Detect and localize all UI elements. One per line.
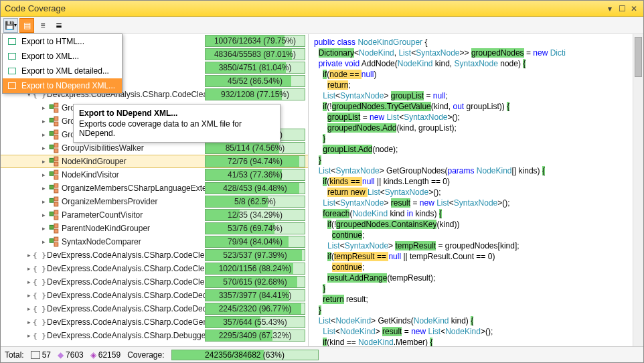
svg-rect-23 — [54, 202, 58, 206]
expander-icon[interactable]: ▸ — [39, 184, 48, 192]
export-menu-item[interactable]: Export to XML detailed... — [3, 64, 122, 78]
expander-icon[interactable]: ▸ — [25, 318, 33, 326]
expand-button[interactable]: ≡ — [35, 18, 50, 33]
tree-item-name: ParameterCountVisitor — [62, 210, 205, 220]
class-icon — [49, 196, 60, 207]
svg-rect-28 — [54, 224, 58, 228]
code-line: public class NodeKindGrouper { — [314, 37, 643, 48]
namespace-icon: { } — [34, 250, 45, 261]
code-line: groupList = new List<SyntaxNode>(); — [314, 112, 643, 123]
maximize-icon[interactable]: ☐ — [617, 3, 627, 14]
highlight-button[interactable]: ▤ — [19, 18, 34, 33]
disk-icon: 💾 — [5, 21, 15, 30]
expander-icon[interactable]: ▸ — [25, 291, 33, 299]
svg-rect-21 — [50, 198, 54, 202]
expander-icon[interactable]: ▸ — [25, 251, 33, 259]
tree-item-name: SyntaxNodeComparer — [62, 237, 205, 246]
tree-row[interactable]: ▸ParameterCountVisitor12/35 (34.29%) — [1, 208, 308, 222]
code-line: if(kinds == null || kinds.Length == 0) — [314, 176, 643, 187]
tree-row[interactable]: ▸NodeKindGrouper72/76 (94.74%) — [1, 155, 308, 168]
svg-rect-2 — [54, 108, 58, 113]
svg-rect-14 — [54, 162, 58, 166]
namespace-icon: { } — [34, 330, 45, 341]
indent-icon: ≡ — [40, 21, 45, 30]
expander-icon[interactable]: ▸ — [25, 265, 33, 273]
code-line: foreach(NodeKind kind in kinds) { — [314, 208, 643, 219]
expander-icon[interactable]: ▸ — [25, 305, 33, 313]
tree-row[interactable]: ▸ParentNodeKindGrouper53/76 (69.74%) — [1, 222, 308, 235]
expander-icon[interactable]: ▸ — [39, 117, 48, 125]
namespace-icon: { } — [34, 290, 45, 301]
expander-icon[interactable]: ▸ — [39, 144, 48, 152]
export-dropdown: Export to HTML...Export to XML...Export … — [2, 33, 123, 94]
expander-icon[interactable]: ▸ — [39, 238, 48, 246]
scrollbar-vertical[interactable] — [633, 34, 643, 346]
namespace-icon: { } — [34, 277, 45, 287]
menu-item-label: Export to HTML... — [21, 37, 84, 46]
svg-rect-27 — [50, 225, 54, 229]
dropdown-icon[interactable]: ▾ — [605, 3, 615, 14]
menu-item-label: Export to XML detailed... — [21, 66, 109, 76]
expander-icon[interactable]: ▸ — [25, 332, 33, 340]
expander-icon[interactable]: ▸ — [39, 211, 48, 219]
export-menu-item[interactable]: Export to XML... — [3, 49, 122, 64]
svg-rect-10 — [54, 143, 58, 147]
expander-icon[interactable]: ▸ — [39, 104, 48, 112]
tooltip-desc: Exports code coverage data to an XML fil… — [79, 119, 274, 138]
save-button[interactable]: 💾▾ — [3, 18, 18, 33]
tree-row[interactable]: ▸GroupVisibilitiesWalker85/114 (74.56%) — [1, 141, 308, 155]
svg-rect-3 — [50, 118, 54, 122]
code-line: if(kind == NodeKind.Member) { — [314, 337, 643, 346]
tooltip-title: Export to NDepend XML... — [79, 108, 274, 118]
export-menu-item[interactable]: Export to HTML... — [3, 34, 122, 49]
tree-item-name: OrganizeMembersCSharpLanguageExten — [62, 184, 205, 193]
expander-icon[interactable]: ▸ — [39, 224, 48, 232]
svg-rect-31 — [54, 237, 58, 241]
assembly-icon — [31, 351, 40, 359]
code-line: Dictionary<NodeKind, List<SyntaxNode>> g… — [314, 48, 643, 58]
svg-rect-12 — [50, 158, 54, 162]
toolbar: 💾▾ ▤ ≡ ≣ — [1, 17, 643, 34]
svg-rect-30 — [50, 238, 54, 242]
close-icon[interactable]: ✕ — [629, 3, 639, 14]
coverage-stat: 5/8 (62.5%) — [205, 196, 305, 208]
svg-rect-6 — [50, 131, 54, 135]
svg-rect-17 — [54, 175, 58, 179]
code-line: if(tempResult == null || tempResult.Coun… — [314, 251, 643, 262]
coverage-stat: 523/537 (97.39%) — [205, 249, 305, 261]
tree-row[interactable]: ▸NodeKindVisitor41/53 (77.36%) — [1, 168, 308, 182]
status-bar: Total: 57 ◆7603 ◈62159 Coverage: 242356/… — [1, 346, 643, 362]
types-count: ◆7603 — [58, 350, 84, 360]
collapse-button[interactable]: ≣ — [52, 18, 66, 33]
expander-icon[interactable]: ▸ — [39, 157, 48, 165]
code-line: return new List<SyntaxNode>(); — [314, 187, 643, 198]
code-line: if(node == null) — [314, 69, 643, 80]
tree-row[interactable]: ▸{ }DevExpress.CodeAnalysis.CSharp.CodeG… — [1, 315, 308, 329]
tree-row[interactable]: ▸{ }DevExpress.CodeAnalysis.CSharp.CodeC… — [1, 275, 308, 289]
class-icon — [49, 210, 60, 220]
export-menu-item[interactable]: Export to NDepend XML... — [3, 78, 122, 93]
expander-icon[interactable]: ▸ — [39, 131, 48, 139]
window-title: Code Coverage — [5, 3, 603, 13]
outdent-icon: ≣ — [56, 21, 62, 30]
tree-item-name: GroupVisibilitiesWalker — [62, 143, 205, 153]
tree-row[interactable]: ▸{ }DevExpress.CodeAnalysis.CSharp.CodeC… — [1, 262, 308, 275]
svg-rect-22 — [54, 197, 58, 201]
coverage-stat: 72/76 (94.74%) — [205, 155, 305, 167]
tree-row[interactable]: ▸{ }DevExpress.CodeAnalysis.CSharp.Debug… — [1, 329, 308, 342]
tree-row[interactable]: ▸{ }DevExpress.CodeAnalysis.CSharp.CodeD… — [1, 289, 308, 302]
tree-row[interactable]: ▸SyntaxNodeComparer79/94 (84.04%) — [1, 235, 308, 248]
svg-rect-18 — [50, 185, 54, 189]
class-icon — [49, 223, 60, 234]
tree-row[interactable]: ▸{ }DevExpress.CodeAnalysis.CSharp.CodeC… — [1, 248, 308, 262]
member-icon: ◈ — [90, 350, 96, 360]
tree-row[interactable]: ▸OrganizeMembersProvider5/8 (62.5%) — [1, 195, 308, 208]
expander-icon[interactable]: ▸ — [39, 171, 48, 179]
bars-icon: ▤ — [23, 21, 31, 30]
coverage-stat: 2295/3409 (67.32%) — [205, 330, 305, 342]
expander-icon[interactable]: ▸ — [39, 198, 48, 206]
tooltip: Export to NDepend XML... Exports code co… — [73, 104, 280, 143]
tree-row[interactable]: ▸{ }DevExpress.CodeAnalysis.CSharp.CodeD… — [1, 302, 308, 315]
tree-row[interactable]: ▸OrganizeMembersCSharpLanguageExten428/4… — [1, 182, 308, 195]
expander-icon[interactable]: ▸ — [25, 278, 33, 286]
